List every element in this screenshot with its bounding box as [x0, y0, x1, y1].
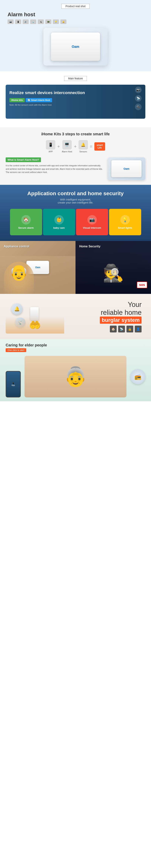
- icon-speaker: 🔊: [23, 20, 29, 24]
- section-split: Appliance control Oam 👴 Home Security 🕵️…: [0, 241, 151, 294]
- plus-1: +: [56, 144, 61, 149]
- card-secure-icon: 🏠: [21, 215, 31, 224]
- elder-device-area: 📻: [130, 369, 145, 384]
- alarm-info-text: What is Smart Alarm Host? It is the cont…: [6, 157, 104, 174]
- icon-power: 🔌: [38, 20, 44, 24]
- elder-title: Caring for elder people: [6, 343, 145, 347]
- elder-device-icon: 📻: [135, 373, 141, 380]
- alarm-info-title: What is Smart Alarm Host?: [6, 157, 41, 162]
- tag-alarm-host: Smart Alarm Host: [31, 99, 50, 101]
- section-elder: Caring for elder people One click to ale…: [0, 339, 151, 401]
- device-box: Oam: [51, 32, 100, 61]
- section-burglar: 🔔 📡 🤲 Your reliable home burglar system …: [0, 294, 151, 339]
- elder-content: 📱App 👵 📻: [6, 356, 145, 397]
- elder-phone: 📱App: [6, 371, 21, 397]
- step-app-label: APP: [48, 150, 53, 153]
- sos-badge: sos: [137, 282, 147, 288]
- app-cards-row: 🏠 Secure alarm 👶 baby care 📷 Visual inte…: [6, 209, 145, 235]
- icon-pager: 📟: [45, 20, 51, 24]
- equals-sign: =: [89, 144, 93, 149]
- icon-bell: 🔔: [61, 20, 67, 24]
- feature-tags: iHome kits 🔄 Smart Alarm Host: [9, 98, 142, 102]
- product-icons-row: 📷 📱 🔊 📡 🔌 📟 💡 🔔: [0, 20, 151, 24]
- burglar-highlight: burglar system: [100, 316, 142, 324]
- burglar-icons-row: 🏠 📡 🔒 👤: [74, 326, 142, 333]
- burglar-your: Your: [74, 301, 142, 309]
- burglar-icon-lock: 🔒: [126, 326, 133, 333]
- appliance-title: Appliance control: [4, 245, 72, 248]
- device-image-area: Oam: [43, 28, 108, 66]
- section-three-steps: iHome Kits 3 steps to create smart life …: [0, 127, 151, 185]
- card-baby-icon: 👶: [54, 215, 64, 224]
- burglar-icon-person: 👤: [135, 326, 142, 333]
- float-icon-wifi: 📡: [135, 95, 142, 102]
- step-alarm-label: Alarm Host: [62, 150, 72, 153]
- arrow-icon: 🔄: [28, 99, 30, 101]
- elder-phone-screen: 📱App: [6, 372, 20, 397]
- step-sensors: 🔔 Sensors: [78, 140, 88, 153]
- alarm-info-section: What is Smart Alarm Host? It is the cont…: [6, 157, 145, 180]
- icon-camera: 📷: [7, 20, 13, 24]
- burglar-hand: 🤲: [6, 316, 64, 334]
- elder-person-area: 👵: [25, 356, 126, 397]
- card-baby-care: 👶 baby care: [43, 209, 75, 235]
- plus-2: +: [73, 144, 78, 149]
- alarm-device-img: Oam: [108, 157, 145, 180]
- alarm-device-inner: Oam: [111, 160, 142, 177]
- float-icon-camera: 📷: [135, 87, 142, 93]
- card-lights-icon: 💡: [120, 215, 130, 224]
- step-sensors-icon: 🔔: [78, 140, 88, 150]
- card-smart-lights: 💡 Smart lights: [109, 209, 141, 235]
- burglar-text-area: Your reliable home burglar system 🏠 📡 🔒 …: [74, 301, 145, 333]
- burglar-icon-wifi: 📡: [118, 326, 125, 333]
- product-shot-title-bar: Product real shot: [62, 4, 89, 9]
- tag-ihome: iHome kits: [9, 98, 25, 102]
- feature-note: Note: All the sensors work with the Alar…: [9, 104, 142, 106]
- device-logo: Oam: [72, 45, 79, 49]
- steps-title: iHome Kits 3 steps to create smart life: [6, 132, 145, 136]
- tag-arrow: 🔄 Smart Alarm Host: [26, 98, 52, 102]
- burglar-devices-area: 🔔 📡 🤲: [6, 300, 74, 334]
- card-lights-label: Smart lights: [118, 226, 132, 229]
- icon-phone: 📱: [15, 20, 21, 24]
- icon-light: 💡: [53, 20, 59, 24]
- icon-signal: 📡: [30, 20, 36, 24]
- section-main-feature: Main feature Realize smart devices inter…: [0, 71, 151, 127]
- appliance-device-logo: Oam: [35, 266, 40, 269]
- step-alarm-icon: 🖥️: [62, 140, 72, 150]
- card-secure-label: Secure alarm: [18, 226, 34, 229]
- card-secure-alarm: 🏠 Secure alarm: [10, 209, 42, 235]
- alarm-info-body: It is the control center of iHome kits, …: [6, 164, 104, 174]
- alarm-device-logo: Oam: [123, 167, 129, 170]
- float-icon-sensor: 🔌: [135, 103, 142, 110]
- split-left: Appliance control Oam 👴: [0, 241, 75, 294]
- step-result: smart Life: [95, 142, 105, 151]
- step-sensors-label: Sensors: [79, 150, 87, 153]
- steps-row: 📱 APP + 🖥️ Alarm Host + 🔔 Sensors = smar…: [6, 140, 145, 153]
- main-feature-title-bar: Main feature: [64, 76, 87, 81]
- step-alarm: 🖥️ Alarm Host: [62, 140, 72, 153]
- card-baby-label: baby care: [53, 226, 65, 229]
- burglar-device-1: 🔔: [11, 303, 23, 315]
- app-control-subtitle: With intelligent equipment, create your …: [6, 198, 145, 204]
- split-right: Home Security 🕵️ sos: [75, 241, 151, 294]
- burglar-icon-home: 🏠: [110, 326, 117, 333]
- result-line2: Life: [97, 147, 103, 149]
- result-line1: smart: [97, 144, 103, 147]
- feature-banner: Realize smart devices interconnection iH…: [6, 85, 145, 119]
- alarm-host-heading: Alarm host: [0, 11, 151, 18]
- step-app: 📱 APP: [46, 140, 55, 153]
- section-app-control: Application control and home security Wi…: [0, 185, 151, 241]
- card-visual-icon: 📷: [87, 215, 97, 224]
- app-control-title: Application control and home security: [6, 190, 145, 196]
- burglar-reliable: reliable home: [74, 309, 142, 316]
- feature-banner-title: Realize smart devices interconnection: [9, 90, 142, 95]
- step-app-icon: 📱: [46, 140, 55, 150]
- card-visual-intercom: 📷 Visual intercom: [76, 209, 108, 235]
- appliance-person: 👴: [4, 262, 34, 294]
- section-product-shot: Product real shot Alarm host 📷 📱 🔊 📡 🔌 📟…: [0, 0, 151, 71]
- card-visual-label: Visual intercom: [83, 226, 101, 229]
- elder-subtitle-bar: One click to alert: [6, 348, 26, 352]
- feature-icons-floating: 📷 📡 🔌: [135, 87, 142, 110]
- security-title: Home Security: [79, 245, 147, 248]
